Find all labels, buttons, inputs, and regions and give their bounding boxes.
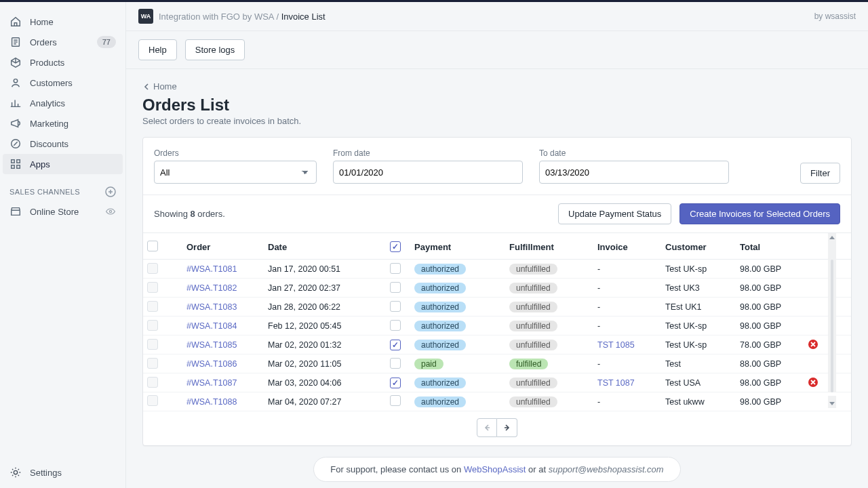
sidebar-item-analytics[interactable]: Analytics (0, 93, 125, 113)
cell-invoice: TST 1085 (597, 340, 665, 350)
svg-point-8 (109, 210, 111, 212)
sidebar-item-discounts[interactable]: Discounts (0, 134, 125, 154)
cell-invoice: - (597, 321, 665, 331)
cell-invoice: - (597, 264, 665, 274)
cell-customer: Test UK-sp (665, 321, 740, 331)
order-link[interactable]: #WSA.T1088 (186, 397, 237, 407)
sidebar-item-marketing[interactable]: Marketing (0, 113, 125, 134)
from-date-input[interactable] (333, 161, 523, 184)
fulfillment-badge: unfulfilled (509, 378, 557, 388)
payment-checkbox[interactable] (390, 282, 401, 293)
support-link[interactable]: WebShopAssist (464, 464, 526, 474)
sidebar-item-products[interactable]: Products (0, 52, 125, 73)
channel-online-store[interactable]: Online Store (0, 201, 125, 222)
cell-total: 78.00 GBP (740, 340, 808, 350)
breadcrumb: Integration with FGO by WSA / Invoice Li… (159, 12, 326, 22)
table-row: #WSA.T1086Mar 02, 2020 11:05paidfulfille… (143, 354, 851, 373)
app-logo: WA (138, 9, 153, 24)
cell-date: Jan 28, 2020 06:22 (268, 302, 390, 312)
cell-total: 98.00 GBP (740, 378, 808, 388)
orders-table: Order Date Payment Fulfillment Invoice C… (143, 232, 851, 411)
create-invoices-button[interactable]: Create Invoices for Selected Orders (679, 203, 840, 224)
payment-checkbox[interactable] (390, 301, 401, 312)
breadcrumb-app[interactable]: Integration with FGO by WSA (159, 12, 274, 22)
invoice-link[interactable]: TST 1085 (597, 340, 635, 350)
sidebar: HomeOrders77ProductsCustomersAnalyticsMa… (0, 2, 125, 488)
settings-nav[interactable]: Settings (0, 457, 125, 488)
cell-date: Feb 12, 2020 05:45 (268, 321, 390, 331)
order-link[interactable]: #WSA.T1081 (186, 264, 237, 274)
payment-checkbox[interactable] (390, 358, 401, 369)
marketing-icon (9, 117, 22, 129)
cell-customer: Test UK-sp (665, 340, 740, 350)
sidebar-item-label: Discounts (30, 139, 68, 149)
invoice-link[interactable]: TST 1087 (597, 378, 635, 388)
th-fulfillment: Fulfillment (509, 242, 597, 252)
select-all-checkbox[interactable] (147, 241, 158, 251)
sidebar-item-label: Apps (30, 159, 50, 169)
gear-icon (9, 466, 22, 479)
payment-checkbox[interactable] (390, 320, 401, 331)
add-channel-icon[interactable] (105, 186, 116, 197)
fulfillment-badge: unfulfilled (509, 283, 557, 293)
payment-checkbox[interactable] (390, 263, 401, 274)
order-link[interactable]: #WSA.T1085 (186, 340, 237, 350)
th-total: Total (740, 242, 808, 252)
cell-invoice: - (597, 359, 665, 369)
row-checkbox[interactable] (147, 377, 158, 388)
back-home-link[interactable]: Home (142, 81, 852, 92)
sidebar-item-label: Analytics (30, 98, 65, 108)
prev-page-button[interactable] (477, 418, 497, 437)
row-checkbox[interactable] (147, 301, 158, 312)
meta-row: Showing 8 orders. Update Payment Status … (143, 195, 851, 232)
row-checkbox[interactable] (147, 282, 158, 293)
row-checkbox[interactable] (147, 263, 158, 274)
cell-date: Jan 27, 2020 02:37 (268, 283, 390, 293)
order-link[interactable]: #WSA.T1086 (186, 359, 237, 369)
main-content: WA Integration with FGO by WSA / Invoice… (125, 2, 868, 488)
cell-invoice: TST 1087 (597, 378, 665, 388)
payment-checkbox[interactable] (390, 378, 401, 388)
cell-date: Jan 17, 2020 00:51 (268, 264, 390, 274)
row-checkbox[interactable] (147, 339, 158, 350)
sidebar-item-apps[interactable]: Apps (3, 154, 123, 174)
cell-invoice: - (597, 397, 665, 407)
showing-text: Showing 8 orders. (154, 209, 225, 219)
breadcrumb-current: Invoice List (281, 12, 326, 22)
to-date-input[interactable] (539, 161, 729, 184)
next-page-button[interactable] (497, 418, 517, 437)
view-store-icon[interactable] (105, 206, 116, 217)
payment-column-checkbox[interactable] (390, 241, 401, 252)
row-checkbox[interactable] (147, 320, 158, 331)
payment-checkbox[interactable] (390, 340, 401, 350)
error-icon[interactable] (808, 377, 818, 388)
table-row: #WSA.T1083Jan 28, 2020 06:22authorizedun… (143, 298, 851, 317)
sidebar-item-orders[interactable]: Orders77 (0, 32, 125, 52)
row-checkbox[interactable] (147, 358, 158, 369)
fulfillment-badge: unfulfilled (509, 396, 557, 407)
help-button[interactable]: Help (138, 39, 177, 60)
sidebar-item-home[interactable]: Home (0, 12, 125, 32)
th-date: Date (268, 242, 390, 252)
fulfillment-badge: unfulfilled (509, 321, 557, 331)
app-author: by wsassist (814, 12, 856, 21)
filter-button[interactable]: Filter (800, 163, 840, 184)
arrow-right-icon (502, 423, 512, 432)
cell-customer: TEst UK1 (665, 302, 740, 312)
update-payment-button[interactable]: Update Payment Status (558, 203, 671, 224)
payment-checkbox[interactable] (390, 395, 401, 406)
order-link[interactable]: #WSA.T1087 (186, 378, 237, 388)
scroll-down-icon[interactable] (828, 396, 836, 408)
orders-filter-select[interactable]: All (154, 161, 317, 184)
error-icon[interactable] (808, 339, 818, 350)
row-checkbox[interactable] (147, 395, 158, 406)
order-link[interactable]: #WSA.T1083 (186, 302, 237, 312)
cell-total: 98.00 GBP (740, 264, 808, 274)
scroll-up-icon[interactable] (828, 233, 836, 260)
cell-date: Mar 03, 2020 04:06 (268, 378, 390, 388)
table-row: #WSA.T1084Feb 12, 2020 05:45authorizedun… (143, 317, 851, 336)
order-link[interactable]: #WSA.T1084 (186, 321, 237, 331)
store-logs-button[interactable]: Store logs (185, 39, 245, 60)
order-link[interactable]: #WSA.T1082 (186, 283, 237, 293)
sidebar-item-customers[interactable]: Customers (0, 73, 125, 93)
